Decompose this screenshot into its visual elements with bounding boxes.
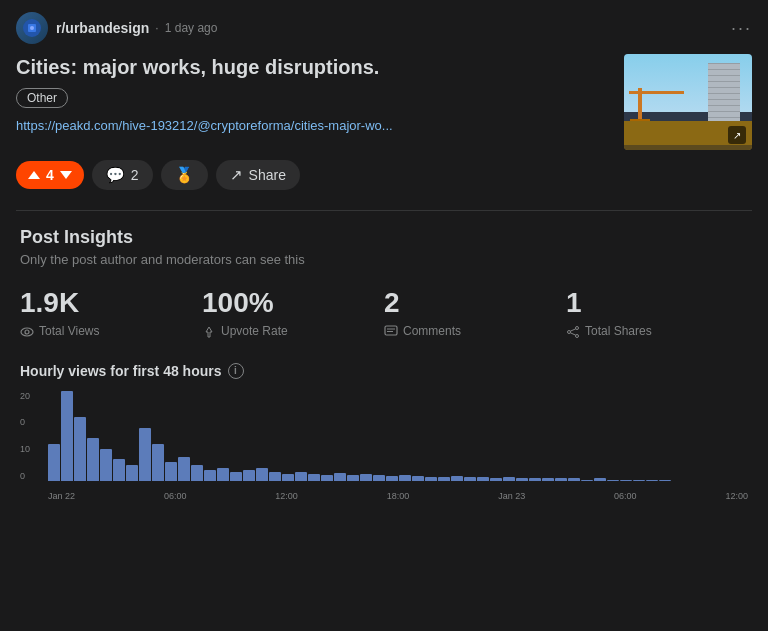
chart-bar <box>126 465 138 481</box>
stat-views-label: Total Views <box>39 324 99 338</box>
divider <box>16 210 752 211</box>
insights-section: Post Insights Only the post author and m… <box>16 227 752 501</box>
subreddit-name[interactable]: r/urbandesign <box>56 20 149 36</box>
chart-bar <box>87 438 99 480</box>
y-label-10: 10 <box>20 444 44 454</box>
chart-bar <box>256 468 268 481</box>
chart-bar <box>204 470 216 481</box>
x-label-12pm2: 12:00 <box>725 491 748 501</box>
chart-bar <box>516 478 528 480</box>
more-options-button[interactable]: ··· <box>731 18 752 39</box>
thumbnail-building <box>708 63 740 123</box>
post-content: Cities: major works, huge disruptions. O… <box>16 54 752 150</box>
chart-bar <box>451 476 463 480</box>
subreddit-icon[interactable] <box>16 12 48 44</box>
chart-bar <box>568 478 580 480</box>
stats-row: 1.9K Total Views 100% <box>20 287 748 339</box>
svg-line-11 <box>570 328 576 330</box>
page-container: r/urbandesign · 1 day ago ··· Cities: ma… <box>0 0 768 513</box>
chart-title-text: Hourly views for first 48 hours <box>20 363 222 379</box>
comments-count: 2 <box>131 167 139 183</box>
chart-bar <box>308 474 320 480</box>
stat-total-views: 1.9K Total Views <box>20 287 202 339</box>
chart-bar <box>464 477 476 480</box>
chart-bar <box>529 478 541 480</box>
chart-bar <box>230 472 242 480</box>
vote-button[interactable]: 4 <box>16 161 84 189</box>
share-icon: ↗ <box>230 166 243 184</box>
share-button[interactable]: ↗ Share <box>216 160 300 190</box>
chart-bar <box>269 472 281 480</box>
upvote-arrow <box>28 171 40 179</box>
stat-comments-value: 2 <box>384 287 566 319</box>
chart-bar <box>607 480 619 481</box>
y-label-20: 20 <box>20 391 44 401</box>
comments-button[interactable]: 💬 2 <box>92 160 153 190</box>
stat-comments-label-row: Comments <box>384 323 566 339</box>
chart-bar <box>282 474 294 480</box>
insights-subtitle: Only the post author and moderators can … <box>20 252 748 267</box>
downvote-arrow <box>60 171 72 179</box>
share-label: Share <box>249 167 286 183</box>
comments-stat-icon <box>384 323 398 339</box>
chart-bar <box>620 480 632 481</box>
chart-bar <box>659 480 671 481</box>
svg-point-4 <box>25 330 29 334</box>
chart-bar <box>490 478 502 480</box>
chart-bar <box>165 462 177 481</box>
chart-info-icon[interactable]: i <box>228 363 244 379</box>
vote-count: 4 <box>46 167 54 183</box>
post-dot: · <box>155 21 158 35</box>
svg-point-2 <box>30 26 34 30</box>
chart-bar <box>100 449 112 481</box>
upvote-rate-icon <box>202 323 216 339</box>
stat-shares-label-row: Total Shares <box>566 323 748 339</box>
chart-bar <box>373 475 385 480</box>
external-link-icon[interactable]: ↗ <box>728 126 746 144</box>
chart-section: Hourly views for first 48 hours i 20 0 1… <box>20 363 748 501</box>
post-header: r/urbandesign · 1 day ago ··· <box>16 12 752 44</box>
chart-bar <box>477 477 489 480</box>
post-time: 1 day ago <box>165 21 218 35</box>
chart-bar <box>555 478 567 480</box>
chart-bar <box>594 478 606 480</box>
chart-bar <box>633 480 645 481</box>
chart-bar <box>295 472 307 480</box>
x-label-jan22: Jan 22 <box>48 491 75 501</box>
chart-bar <box>178 457 190 480</box>
tag-badge[interactable]: Other <box>16 88 68 108</box>
chart-bar <box>113 459 125 480</box>
post-actions: 4 💬 2 🏅 ↗ Share <box>16 160 752 190</box>
y-label-0b: 0 <box>20 471 44 481</box>
svg-point-9 <box>576 334 579 337</box>
svg-point-8 <box>576 326 579 329</box>
post-link[interactable]: https://peakd.com/hive-193212/@cryptoref… <box>16 118 612 133</box>
post-thumbnail[interactable]: ↗ <box>624 54 752 150</box>
chart-title: Hourly views for first 48 hours i <box>20 363 748 379</box>
chart-bar <box>425 477 437 480</box>
svg-rect-5 <box>385 326 397 335</box>
chart-bar <box>61 391 73 481</box>
chart-bar <box>74 417 86 481</box>
svg-point-10 <box>568 330 571 333</box>
post-title: Cities: major works, huge disruptions. <box>16 54 612 80</box>
chart-bar <box>217 468 229 481</box>
award-button[interactable]: 🏅 <box>161 160 208 190</box>
chart-bar <box>139 428 151 481</box>
chart-bar <box>399 475 411 480</box>
stat-views-value: 1.9K <box>20 287 202 319</box>
chart-bar <box>581 480 593 481</box>
chart-bar <box>48 444 60 481</box>
chart-bar <box>152 444 164 481</box>
x-axis: Jan 22 06:00 12:00 18:00 Jan 23 06:00 12… <box>48 491 748 501</box>
comment-icon: 💬 <box>106 166 125 184</box>
svg-point-3 <box>21 328 33 336</box>
y-axis: 20 0 10 0 <box>20 391 44 481</box>
subreddit-icon-inner <box>16 12 48 44</box>
x-label-12pm1: 12:00 <box>275 491 298 501</box>
chart-bar <box>646 480 658 481</box>
stat-views-label-row: Total Views <box>20 323 202 339</box>
chart-bar <box>347 475 359 480</box>
chart-bar <box>412 476 424 480</box>
chart-bar <box>191 465 203 481</box>
